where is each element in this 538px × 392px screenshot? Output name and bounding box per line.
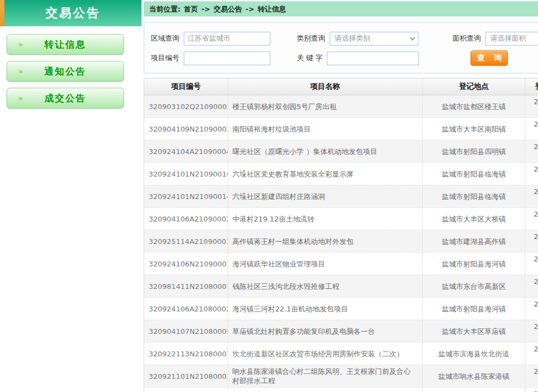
project-id-cell: 320924106A21080002 — [144, 298, 228, 320]
project-id-cell: 320904107N21080005 — [144, 320, 228, 343]
location-cell: 盐城市大丰区草庙镇 — [422, 320, 525, 343]
header-location: 登记地点 — [422, 78, 525, 95]
sidebar-item-notice[interactable]: » 通知公告 — [7, 61, 124, 82]
project-id-cell: 320904109N21090003 — [144, 118, 228, 140]
table-row: 320904107N21080005 草庙镇北灶村购置多功能复印机及电脑各一台 … — [144, 320, 538, 343]
location-cell: 盐城市射阳县海河镇 — [422, 298, 525, 320]
main-content: 当前位置: 首页 -> 交易公告 -> 转让信息 区域查询 类别查询 请选择类别… — [141, 0, 538, 392]
project-name-link[interactable]: 六垛社区党史教育基地安装全彩显示屏 — [228, 163, 422, 185]
header-date: 登记日期 — [525, 78, 538, 95]
table-row: 320925114A21090001 高作镇蒋王村一组集体机动地对外发包 盐城市… — [144, 230, 538, 253]
project-id-cell: 320924101N21090014 — [144, 185, 228, 208]
project-id-input[interactable] — [184, 52, 270, 65]
project-id-cell: 320924101N21090016 — [144, 163, 228, 185]
search-row-1: 区域查询 类别查询 请选择类别 面积查询 请选择面积 — [151, 31, 538, 46]
table-row: 320921101N21080003 响水县陈家港镇合心村二组陈风明、王文根家门… — [144, 365, 538, 388]
category-select-value: 请选择类别 — [335, 33, 370, 43]
location-cell: 盐城市大丰区南阳镇 — [422, 118, 525, 140]
location-cell: 盐城市大丰区大桥镇 — [422, 208, 525, 230]
project-id-cell: 320981411N21080001 — [144, 275, 228, 298]
results-table: 项目编号 项目名称 登记地点 登记日期 320903102Q21090002 楼… — [144, 78, 538, 392]
sidebar-menu: » 转让信息 » 通知公告 » 成交公告 — [0, 26, 141, 109]
location-cell: 盐城市盐都区楼王镇 — [422, 95, 525, 118]
region-label: 区域查询 — [151, 33, 179, 43]
project-name-link[interactable]: 高作镇蒋王村一组集体机动地对外发包 — [228, 230, 422, 253]
date-cell: 2021-08-17 — [525, 343, 538, 365]
location-cell: 盐城市滨海县坎北街道 — [422, 343, 525, 365]
search-panel: 区域查询 类别查询 请选择类别 面积查询 请选择面积 项目编号 关 键 字 查 — [144, 22, 538, 73]
project-name-link[interactable]: 钱陈社区三浅沟北段水毁抢修工程 — [228, 275, 422, 298]
double-arrow-icon: » — [18, 40, 22, 49]
project-name-link[interactable]: 草庙镇北灶村购置多功能复印机及电脑各一台 — [228, 320, 422, 343]
keyword-label: 关 键 字 — [297, 53, 322, 63]
breadcrumb-current: 转让信息 — [258, 4, 286, 14]
location-cell: 盐城市射阳县海河镇 — [422, 388, 525, 392]
location-cell: 盐城市建湖县高作镇 — [422, 230, 525, 253]
breadcrumb-arrow: -> — [201, 5, 210, 13]
date-cell: 2021-08-10 — [525, 365, 538, 388]
project-name-link[interactable]: 海河镇跃华社区物业管理项目 — [228, 253, 422, 275]
project-name-link[interactable]: 中港村219.12亩土地流转 — [228, 208, 422, 230]
sidebar-item-transfer-info[interactable]: » 转让信息 — [7, 34, 124, 55]
table-row: 320981411N21080001 钱陈社区三浅沟北段水毁抢修工程 盐城市东台… — [144, 275, 538, 298]
location-cell: 盐城市射阳县临海镇 — [422, 163, 525, 185]
table-row: 320904109N21090003 南阳镇裕海村垃圾池项目 盐城市大丰区南阳镇… — [144, 118, 538, 140]
project-name-link[interactable]: 南阳镇裕海村垃圾池项目 — [228, 118, 422, 140]
breadcrumb-section-link[interactable]: 交易公告 — [214, 4, 242, 14]
double-arrow-icon: » — [18, 94, 22, 103]
project-id-cell: 320925114A21090001 — [144, 230, 228, 253]
project-id-label: 项目编号 — [151, 53, 179, 63]
sidebar-item-label: 通知公告 — [44, 65, 86, 78]
breadcrumb: 当前位置: 首页 -> 交易公告 -> 转让信息 — [144, 1, 538, 16]
breadcrumb-arrow: -> — [246, 5, 254, 13]
double-arrow-icon: » — [18, 67, 22, 76]
location-cell: 盐城市东台市高新区 — [422, 275, 525, 298]
region-input[interactable] — [184, 32, 270, 46]
date-cell: 2021-09-26 — [525, 95, 538, 118]
project-name-link[interactable]: 海河镇陈墩村王港北线闸改涵路面浇筑项目（二次公告） — [228, 388, 422, 392]
table-row: 320924104A21090004 曙光社区（原曙光小学 ）集体机动地发包项目… — [144, 140, 538, 163]
project-name-link[interactable]: 坎北街道新区社区农贸市场经营用房制作安装（二次） — [228, 343, 422, 365]
table-row: 320922113N21080007 坎北街道新区社区农贸市场经营用房制作安装（… — [144, 343, 538, 365]
project-id-cell: 320904106A21090002 — [144, 208, 228, 230]
breadcrumb-home-link[interactable]: 首页 — [184, 4, 198, 14]
date-cell: 2021-09-23 — [525, 185, 538, 208]
project-name-link[interactable]: 海河镇三河村22.1亩机动地发包项目 — [228, 298, 422, 320]
search-row-2: 项目编号 关 键 字 查 询 — [151, 51, 538, 65]
date-cell: 2021-08-27 — [525, 275, 538, 298]
header-project-name: 项目名称 — [228, 78, 422, 95]
project-id-cell: 320922113N21080007 — [144, 343, 228, 365]
date-cell: 2021-08-10 — [525, 388, 538, 392]
area-select[interactable]: 请选择面积 — [485, 32, 538, 46]
project-id-cell: 320924106N21080001 — [144, 388, 228, 392]
project-name-link[interactable]: 曙光社区（原曙光小学 ）集体机动地发包项目 — [228, 140, 422, 163]
sidebar-item-label: 转让信息 — [44, 38, 86, 51]
sidebar-item-deal-announcement[interactable]: » 成交公告 — [7, 88, 124, 109]
project-name-link[interactable]: 响水县陈家港镇合心村二组陈风明、王文根家门前及合心村部排水工程 — [228, 365, 422, 388]
project-id-cell: 320903102Q21090002 — [144, 95, 228, 118]
keyword-input[interactable] — [327, 52, 419, 65]
table-row: 320924106A21080002 海河镇三河村22.1亩机动地发包项目 盐城… — [144, 298, 538, 320]
date-cell: 2021-09-23 — [525, 163, 538, 185]
project-name-link[interactable]: 六垛社区新建四组村庄路涵洞 — [228, 185, 422, 208]
date-cell: 2021-09-18 — [525, 230, 538, 253]
table-row: 320904106A21090002 中港村219.12亩土地流转 盐城市大丰区… — [144, 208, 538, 230]
search-button[interactable]: 查 询 — [471, 50, 508, 66]
table-row: 320903102Q21090002 楼王镇郭杨村双创园5号厂房出租 盐城市盐都… — [144, 95, 538, 118]
date-cell: 2021-09-22 — [525, 208, 538, 230]
project-id-cell: 320924104A21090004 — [144, 140, 228, 163]
date-cell: 2021-09-02 — [525, 253, 538, 275]
table-header: 项目编号 项目名称 登记地点 登记日期 — [144, 78, 538, 95]
header-project-id: 项目编号 — [144, 78, 228, 95]
project-id-cell: 320921101N21080003 — [144, 365, 228, 388]
category-select[interactable]: 请选择类别 — [330, 32, 418, 46]
date-cell: 2021-08-19 — [525, 320, 538, 343]
sidebar-item-label: 成交公告 — [44, 92, 86, 105]
table-row: 320924106N21080001 海河镇陈墩村王港北线闸改涵路面浇筑项目（二… — [144, 388, 538, 392]
chevron-down-icon — [410, 35, 415, 41]
sidebar: 交易公告 » 转让信息 » 通知公告 » 成交公告 — [0, 0, 141, 392]
category-label: 类别查询 — [297, 33, 325, 43]
date-cell: 2021-09-24 — [525, 140, 538, 163]
date-cell: 2021-09-26 — [525, 118, 538, 140]
project-name-link[interactable]: 楼王镇郭杨村双创园5号厂房出租 — [228, 95, 422, 118]
